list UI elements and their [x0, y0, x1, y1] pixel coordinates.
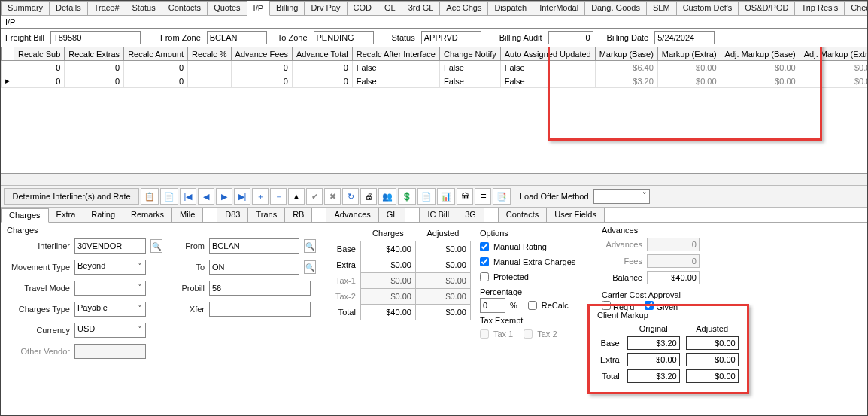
to-zone-input[interactable]	[314, 31, 374, 44]
to-input[interactable]	[209, 260, 299, 275]
nav-first-icon[interactable]: |◀	[180, 188, 196, 205]
list-icon[interactable]: ≣	[475, 188, 491, 205]
grid-cell[interactable]: False	[352, 74, 439, 88]
ip-grid[interactable]: Recalc SubRecalc ExtrasRecalc AmountReca…	[1, 47, 867, 173]
grid-column-header[interactable]: Recalc After Interface	[352, 47, 439, 61]
grid-cell[interactable]: 0	[124, 61, 188, 74]
from-input[interactable]	[209, 238, 299, 254]
top-tab[interactable]: Billing	[269, 1, 305, 15]
chart-icon[interactable]: 📊	[437, 188, 455, 205]
top-tab[interactable]: Summary	[1, 1, 50, 15]
grid-cell[interactable]: 0	[292, 74, 352, 88]
grid-cell[interactable]: 0	[65, 74, 124, 88]
grid-column-header[interactable]: Adj. Markup (Base)	[721, 47, 800, 61]
inner-tab[interactable]: IC Bill	[419, 208, 457, 222]
from-zone-input[interactable]	[207, 31, 267, 44]
interliner-input[interactable]	[74, 238, 146, 254]
grid-cell[interactable]: $0.00	[800, 61, 867, 74]
manual-rating-checkbox[interactable]	[480, 242, 489, 251]
top-tab[interactable]: Trip Res's	[794, 1, 845, 15]
bank-icon[interactable]: 🏛	[457, 188, 473, 205]
top-tab[interactable]: Dang. Goods	[584, 1, 647, 15]
inner-tab[interactable]: Rating	[83, 208, 123, 222]
xfer-input[interactable]	[209, 302, 311, 317]
extra-adj-input[interactable]	[420, 259, 466, 271]
print-icon[interactable]: 🖨	[360, 188, 377, 205]
grid-cell[interactable]: False	[439, 74, 500, 88]
grid-cell[interactable]: False	[500, 61, 595, 74]
inner-tab[interactable]: Contacts	[498, 208, 547, 222]
inner-tab[interactable]: Mile	[171, 208, 203, 222]
probill-input[interactable]	[209, 281, 311, 296]
grid-column-header[interactable]: Adj. Markup (Extra)	[800, 47, 867, 61]
ledger-icon[interactable]: 📑	[493, 188, 511, 205]
inner-tab[interactable]: Charges	[1, 208, 49, 223]
nav-prev-icon[interactable]: ◀	[198, 188, 214, 205]
grid-cell[interactable]: $3.20	[595, 74, 657, 88]
inner-tab[interactable]: D83	[217, 208, 248, 222]
top-tab[interactable]: 3rd GL	[402, 1, 441, 15]
markup-base-adjusted[interactable]	[686, 336, 739, 350]
note-icon[interactable]: 📄	[160, 188, 178, 205]
clipboard-icon[interactable]: 📋	[141, 188, 159, 205]
grid-cell[interactable]	[188, 61, 231, 74]
inner-tab[interactable]: GL	[378, 208, 406, 222]
grid-row[interactable]: 00000FalseFalseFalse$3.20$0.00$0.00$0.00	[2, 74, 868, 88]
top-tab[interactable]: Dispatch	[487, 1, 533, 15]
inner-tab[interactable]: Extra	[48, 208, 84, 222]
manual-extra-checkbox[interactable]	[480, 257, 489, 266]
inner-tab[interactable]: User Fields	[546, 208, 605, 222]
grid-cell[interactable]: False	[352, 61, 439, 74]
grid-column-header[interactable]: Advance Fees	[231, 47, 292, 61]
charges-type-select[interactable]: Payable	[74, 302, 146, 317]
billing-date-input[interactable]	[654, 31, 715, 44]
grid-cell[interactable]: 0	[124, 74, 188, 88]
interliner-lookup-icon[interactable]: 🔍	[150, 239, 162, 253]
to-lookup-icon[interactable]: 🔍	[304, 260, 316, 274]
top-tab[interactable]: I/P	[247, 2, 270, 16]
top-tab[interactable]: Trace#	[87, 1, 126, 15]
grid-cell[interactable]	[188, 74, 231, 88]
travel-mode-select[interactable]	[74, 281, 146, 296]
extra-charge-input[interactable]	[365, 259, 411, 271]
inner-tab[interactable]: Remarks	[123, 208, 172, 222]
top-tab[interactable]: Drv Pay	[304, 1, 347, 15]
grid-cell[interactable]: 0	[231, 61, 292, 74]
grid-cell[interactable]: False	[439, 61, 500, 74]
grid-cell[interactable]: 0	[14, 74, 65, 88]
grid-cell[interactable]: $6.40	[595, 61, 657, 74]
grid-horizontal-scrollbar[interactable]	[1, 173, 867, 185]
markup-extra-adjusted[interactable]	[686, 353, 739, 366]
total-adj-input[interactable]	[420, 306, 466, 318]
grid-column-header[interactable]: Markup (Base)	[595, 47, 657, 61]
base-adj-input[interactable]	[420, 243, 466, 255]
grid-cell[interactable]: False	[500, 74, 595, 88]
markup-total-original[interactable]	[627, 369, 680, 383]
other-vendor-input[interactable]	[74, 344, 146, 359]
top-tab[interactable]: Status	[126, 1, 162, 15]
grid-cell[interactable]: 0	[231, 74, 292, 88]
load-offer-combo[interactable]	[593, 189, 650, 204]
base-charge-input[interactable]	[365, 243, 411, 255]
top-tab[interactable]: Check List	[844, 1, 868, 15]
grid-cell[interactable]: 0	[292, 61, 352, 74]
grid-cell[interactable]: $0.00	[721, 74, 800, 88]
grid-cell[interactable]: $0.00	[657, 61, 721, 74]
inner-tab[interactable]: RB	[284, 208, 312, 222]
determine-interliner-button[interactable]: Determine Interliner(s) and Rate	[4, 188, 139, 205]
inner-tab[interactable]: Advances	[326, 208, 378, 222]
nav-last-icon[interactable]: ▶|	[234, 188, 250, 205]
freight-bill-input[interactable]	[50, 31, 141, 44]
edit-icon[interactable]: ▲	[288, 188, 305, 205]
markup-total-adjusted[interactable]	[686, 369, 739, 383]
grid-column-header[interactable]: Recalc Amount	[124, 47, 188, 61]
cancel-icon[interactable]: ✖	[324, 188, 341, 205]
grid-column-header[interactable]: Change Notify	[439, 47, 500, 61]
grid-column-header[interactable]: Recalc Sub	[14, 47, 65, 61]
top-tab[interactable]: InterModal	[533, 1, 585, 15]
doc-plus-icon[interactable]: 📄	[417, 188, 436, 205]
top-tab[interactable]: SLM	[646, 1, 677, 15]
top-tab[interactable]: OS&D/POD	[738, 1, 795, 15]
grid-column-header[interactable]: Recalc Extras	[65, 47, 124, 61]
grid-column-header[interactable]: Auto Assigned Updated	[500, 47, 595, 61]
